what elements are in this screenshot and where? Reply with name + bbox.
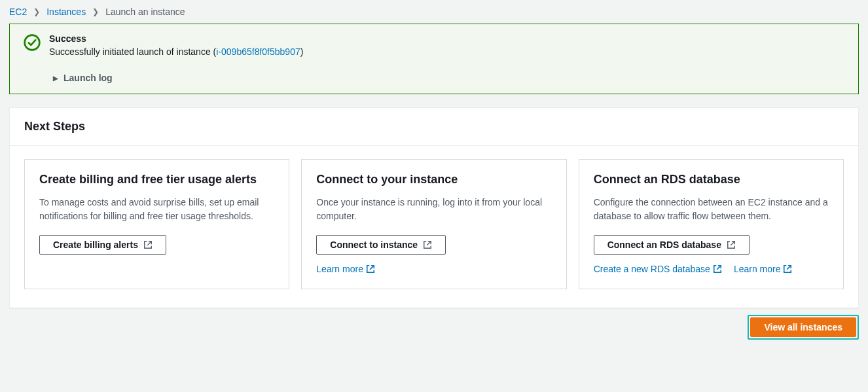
link-label: Learn more [734, 264, 781, 274]
learn-more-link[interactable]: Learn more [734, 264, 793, 274]
button-label: Connect an RDS database [607, 240, 721, 250]
external-link-icon [423, 240, 432, 249]
card-desc: Configure the connection between an EC2 … [594, 196, 829, 223]
external-link-icon [727, 240, 736, 249]
button-label: Connect to instance [330, 240, 418, 250]
instance-id-link[interactable]: i-009b65f8f0f5bb907 [216, 46, 300, 57]
launch-log-label: Launch log [63, 73, 113, 83]
external-link-icon [366, 264, 375, 274]
card-title: Connect to your instance [316, 173, 551, 187]
create-billing-alerts-button[interactable]: Create billing alerts [39, 235, 166, 255]
chevron-right-icon: ❯ [33, 7, 40, 16]
breadcrumb-current: Launch an instance [105, 7, 185, 17]
view-all-instances-button[interactable]: View all instances [750, 317, 856, 337]
link-label: Learn more [316, 264, 363, 274]
external-link-icon [783, 264, 792, 274]
breadcrumb-instances[interactable]: Instances [46, 7, 86, 17]
success-check-icon [23, 33, 41, 54]
card-title: Connect an RDS database [594, 173, 829, 187]
chevron-right-icon: ❯ [92, 7, 99, 16]
create-new-rds-link[interactable]: Create a new RDS database [594, 264, 722, 274]
card-desc: To manage costs and avoid surprise bills… [39, 196, 274, 223]
caret-right-icon: ▶ [53, 75, 58, 82]
card-title: Create billing and free tier usage alert… [39, 173, 274, 187]
breadcrumb-ec2[interactable]: EC2 [9, 7, 27, 17]
connect-to-instance-button[interactable]: Connect to instance [316, 235, 446, 255]
card-desc: Once your instance is running, log into … [316, 196, 551, 223]
learn-more-link[interactable]: Learn more [316, 264, 375, 274]
alert-title: Success [49, 33, 303, 44]
button-label: Create billing alerts [53, 240, 138, 250]
card-connect-instance: Connect to your instance Once your insta… [301, 159, 566, 289]
connect-rds-database-button[interactable]: Connect an RDS database [594, 235, 750, 255]
next-steps-panel: Next Steps Create billing and free tier … [9, 107, 859, 308]
breadcrumb: EC2 ❯ Instances ❯ Launch an instance [9, 5, 859, 24]
alert-message-prefix: Successfully initiated launch of instanc… [49, 46, 216, 57]
external-link-icon [713, 264, 722, 274]
external-link-icon [143, 240, 153, 249]
launch-log-toggle[interactable]: ▶ Launch log [53, 73, 845, 83]
link-label: Create a new RDS database [594, 264, 710, 274]
alert-message-suffix: ) [300, 46, 304, 57]
next-steps-heading: Next Steps [10, 108, 858, 146]
success-alert: Success Successfully initiated launch of… [9, 24, 859, 94]
view-all-instances-focus-ring: View all instances [748, 315, 859, 340]
card-billing-alerts: Create billing and free tier usage alert… [24, 159, 289, 289]
card-connect-rds: Connect an RDS database Configure the co… [579, 159, 844, 289]
alert-message: Successfully initiated launch of instanc… [49, 46, 303, 57]
